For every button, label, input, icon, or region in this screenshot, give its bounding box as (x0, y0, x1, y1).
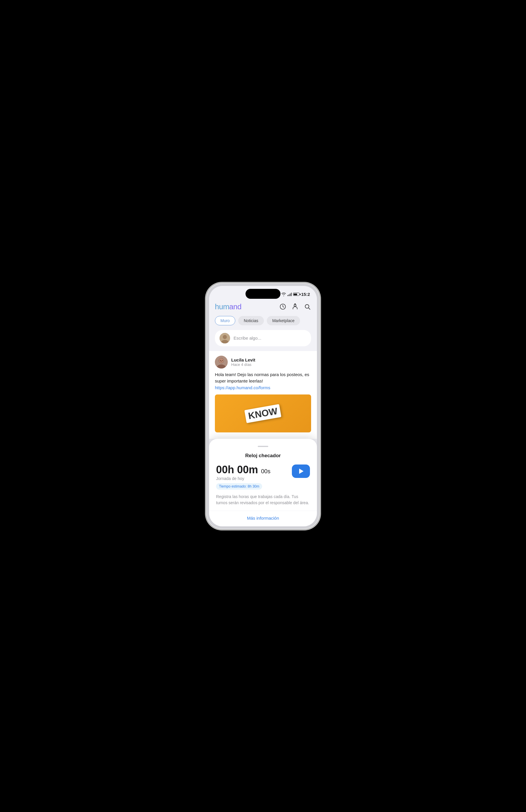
person-icon[interactable] (291, 303, 299, 310)
timer-section: 00h 00m 00s Jornada de hoy Tiempo estima… (216, 464, 310, 490)
compose-avatar (220, 333, 230, 344)
logo-and: and (229, 302, 241, 311)
post-avatar (215, 356, 228, 368)
post-text: Hola team! Dejo las normas para los post… (215, 372, 311, 391)
dynamic-island (245, 289, 281, 299)
tabs-container: Muro Noticias Marketplace (209, 314, 317, 328)
svg-point-13 (220, 360, 221, 361)
feed-post: Lucila Levit Hace 4 días Hola team! Dejo… (209, 351, 317, 439)
bottom-sheet: Reloj checador 00h 00m 00s Jornada de ho… (209, 439, 317, 526)
phone-wrapper: 15:2 humand (202, 281, 324, 532)
compose-placeholder[interactable]: Escribe algo... (234, 335, 261, 340)
svg-line-5 (309, 308, 310, 309)
post-time: Hace 4 días (231, 362, 255, 367)
signal-icon (287, 293, 291, 296)
sheet-handle (258, 446, 268, 447)
svg-point-12 (219, 358, 224, 363)
timer-time: 00h 00m 00s (216, 464, 292, 475)
svg-point-3 (295, 303, 296, 304)
play-button[interactable] (292, 464, 310, 478)
phone-frame: 15:2 humand (206, 283, 320, 529)
app-header: humand (209, 299, 317, 314)
more-info-link[interactable]: Más información (216, 516, 310, 521)
logo-hum: hum (215, 302, 229, 311)
header-icons (279, 303, 311, 310)
tab-muro[interactable]: Muro (215, 316, 235, 325)
post-image-text: KNOW (244, 404, 281, 423)
timer-badge: Tiempo estimado: 8h 30m (216, 483, 262, 490)
post-link[interactable]: https://app.humand.co/forms (215, 385, 270, 390)
app-logo: humand (215, 302, 241, 311)
app-content: humand (209, 299, 317, 526)
post-author: Lucila Levit Hace 4 días (215, 356, 311, 368)
tab-marketplace[interactable]: Marketplace (267, 316, 300, 325)
timer-display: 00h 00m 00s Jornada de hoy Tiempo estima… (216, 464, 292, 490)
post-compose[interactable]: Escribe algo... (215, 330, 311, 346)
svg-point-14 (222, 360, 223, 361)
post-image: KNOW (215, 394, 311, 432)
post-author-info: Lucila Levit Hace 4 días (231, 358, 255, 367)
svg-point-7 (223, 335, 227, 339)
phone-screen: 15:2 humand (209, 286, 317, 526)
timer-label: Jornada de hoy (216, 476, 292, 481)
play-icon (299, 468, 303, 474)
clock-icon[interactable] (279, 303, 287, 310)
tab-noticias[interactable]: Noticias (238, 316, 264, 325)
sheet-title: Reloj checador (216, 453, 310, 459)
status-icons (281, 293, 299, 296)
status-time: 15:2 (301, 292, 310, 297)
battery-icon (293, 293, 299, 296)
search-icon[interactable] (303, 303, 311, 310)
author-name: Lucila Levit (231, 358, 255, 362)
sheet-description: Registra las horas que trabajas cada día… (216, 494, 310, 506)
wifi-icon (281, 293, 286, 296)
